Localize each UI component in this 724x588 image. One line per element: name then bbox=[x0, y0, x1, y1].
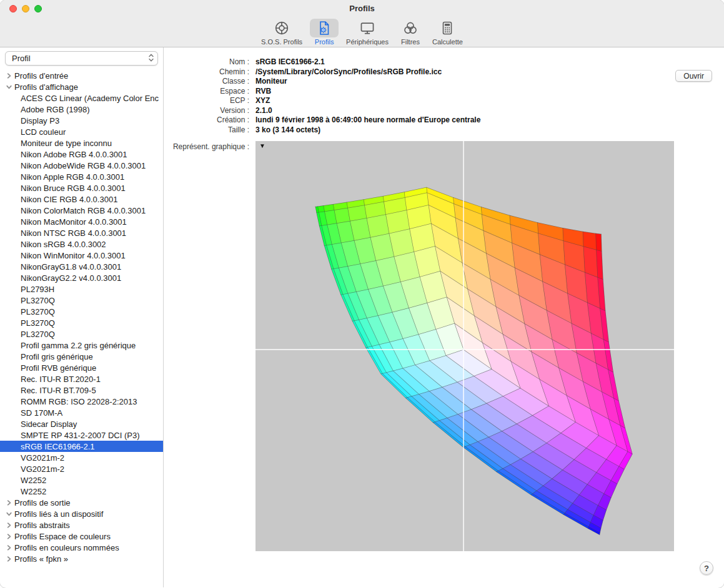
toolbar-item-label: Calculette bbox=[432, 38, 463, 46]
profile-item[interactable]: SD 170M-A bbox=[0, 407, 163, 418]
chevron-right-icon[interactable] bbox=[4, 554, 13, 563]
chevron-down-icon[interactable] bbox=[4, 82, 13, 91]
profile-item[interactable]: SMPTE RP 431-2-2007 DCI (P3) bbox=[0, 429, 163, 441]
help-button[interactable]: ? bbox=[700, 561, 713, 575]
detail-row: Nom :sRGB IEC61966-2.1 bbox=[164, 57, 724, 67]
profile-item[interactable]: Nikon AdobeWide RGB 4.0.0.3001 bbox=[0, 160, 163, 171]
profile-group-profils-fpkn[interactable]: Profils « fpkn » bbox=[0, 553, 163, 564]
profile-item[interactable]: Adobe RGB (1998) bbox=[0, 104, 163, 115]
zoom-button[interactable] bbox=[34, 5, 42, 12]
profile-item[interactable]: PL3270Q bbox=[0, 317, 163, 328]
profile-group-profils-abstraits[interactable]: Profils abstraits bbox=[0, 519, 163, 531]
profile-item[interactable]: Nikon Adobe RGB 4.0.0.3001 bbox=[0, 149, 163, 160]
profile-group-profils-espace-de-couleurs[interactable]: Profils Espace de couleurs bbox=[0, 531, 163, 542]
profile-group-profils-de-sortie[interactable]: Profils de sortie bbox=[0, 497, 163, 508]
profile-item[interactable]: PL3270Q bbox=[0, 295, 163, 306]
profile-group-profils-d-affichage[interactable]: Profils d'affichage bbox=[0, 81, 163, 92]
titlebar[interactable]: Profils bbox=[0, 0, 724, 17]
profile-tree: Profils d'entréeProfils d'affichageACES … bbox=[0, 70, 163, 564]
detail-label: Création : bbox=[164, 115, 249, 125]
profile-item[interactable]: Rec. ITU-R BT.2020-1 bbox=[0, 373, 163, 385]
profile-item[interactable]: LCD couleur bbox=[0, 126, 163, 137]
profile-group-profils-lies-a-un-dispositif[interactable]: Profils liés à un dispositif bbox=[0, 508, 163, 519]
toolbar-item-label: Périphériques bbox=[346, 38, 389, 46]
profile-item[interactable]: W2252 bbox=[0, 474, 163, 486]
profile-item-label: Nikon MacMonitor 4.0.0.3001 bbox=[21, 217, 127, 227]
profile-item[interactable]: sRGB IEC61966-2.1 bbox=[0, 441, 163, 452]
detail-value: /System/Library/ColorSync/Profiles/sRGB … bbox=[255, 67, 442, 77]
detail-label: Classe : bbox=[164, 77, 249, 87]
traffic-lights bbox=[9, 5, 42, 12]
profile-item-label: VG2021m-2 bbox=[21, 464, 64, 474]
chevron-down-icon[interactable] bbox=[4, 509, 13, 518]
detail-label: Espace : bbox=[164, 87, 249, 97]
minimize-button[interactable] bbox=[22, 5, 29, 12]
profile-item[interactable]: Nikon ColorMatch RGB 4.0.0.3001 bbox=[0, 205, 163, 216]
window-body: Profil Profils d'entréeProfils d'afficha… bbox=[0, 47, 724, 587]
profile-group-profils-d-entree[interactable]: Profils d'entrée bbox=[0, 70, 163, 81]
open-button[interactable]: Ouvrir bbox=[675, 70, 712, 82]
detail-row: Version :2.1.0 bbox=[164, 106, 724, 116]
profile-item[interactable]: Rec. ITU-R BT.709-5 bbox=[0, 385, 163, 396]
profile-item[interactable]: PL3270Q bbox=[0, 306, 163, 317]
profile-item-label: SMPTE RP 431-2-2007 DCI (P3) bbox=[21, 431, 140, 440]
profile-item[interactable]: Nikon WinMonitor 4.0.0.3001 bbox=[0, 250, 163, 261]
profile-item-label: Adobe RGB (1998) bbox=[21, 105, 90, 114]
profile-item[interactable]: Nikon NTSC RGB 4.0.0.3001 bbox=[0, 227, 163, 238]
profile-item[interactable]: Nikon MacMonitor 4.0.0.3001 bbox=[0, 216, 163, 227]
profile-item[interactable]: Sidecar Display bbox=[0, 418, 163, 429]
profile-item-label: Nikon CIE RGB 4.0.0.3001 bbox=[21, 195, 117, 204]
profile-filter-label: Profil bbox=[12, 54, 148, 63]
profile-group-profils-en-couleurs-nommees[interactable]: Profils en couleurs nommées bbox=[0, 542, 163, 553]
chevron-right-icon[interactable] bbox=[4, 71, 13, 80]
profile-item-label: NikonGrayG2.2 v4.0.0.3001 bbox=[21, 273, 121, 283]
detail-row: Création :lundi 9 février 1998 à 06:49:0… bbox=[164, 115, 724, 125]
profile-item-label: LCD couleur bbox=[21, 127, 66, 137]
profile-item[interactable]: VG2021m-2 bbox=[0, 452, 163, 463]
chevron-right-icon[interactable] bbox=[4, 532, 13, 541]
toolbar-item-calculette[interactable]: Calculette bbox=[432, 19, 463, 46]
profile-item-label: PL3270Q bbox=[21, 296, 55, 305]
profile-item[interactable]: Nikon CIE RGB 4.0.0.3001 bbox=[0, 194, 163, 205]
profile-detail-pane: Nom :sRGB IEC61966-2.1Chemin :/System/Li… bbox=[164, 47, 724, 587]
profile-item-label: Sidecar Display bbox=[21, 419, 77, 429]
toolbar-item-label: Filtres bbox=[401, 38, 420, 46]
toolbar: S.O.S. ProfilsProfilsPériphériquesFiltre… bbox=[0, 17, 724, 47]
chevron-right-icon[interactable] bbox=[4, 521, 13, 529]
profile-item[interactable]: ROMM RGB: ISO 22028-2:2013 bbox=[0, 396, 163, 407]
profile-item[interactable]: Moniteur de type inconnu bbox=[0, 137, 163, 149]
gamut-plot[interactable]: ▼ bbox=[255, 141, 674, 551]
profile-item[interactable]: Display P3 bbox=[0, 115, 163, 126]
profile-item[interactable]: VG2021m-2 bbox=[0, 463, 163, 474]
sos-profiles-icon bbox=[267, 19, 296, 37]
chevron-right-icon[interactable] bbox=[4, 498, 13, 507]
close-button[interactable] bbox=[9, 5, 17, 12]
profile-item[interactable]: PL2793H bbox=[0, 283, 163, 295]
chevron-right-icon[interactable] bbox=[4, 543, 13, 552]
profile-item[interactable]: ACES CG Linear (Academy Color Enc bbox=[0, 92, 163, 104]
profile-item[interactable]: NikonGrayG2.2 v4.0.0.3001 bbox=[0, 272, 163, 283]
profile-item[interactable]: Profil gamma 2.2 gris générique bbox=[0, 340, 163, 351]
detail-row: Chemin :/System/Library/ColorSync/Profil… bbox=[164, 67, 724, 77]
profile-item[interactable]: W2252 bbox=[0, 486, 163, 497]
gamut-canvas[interactable] bbox=[255, 141, 674, 551]
profile-item[interactable]: Nikon Bruce RGB 4.0.0.3001 bbox=[0, 182, 163, 194]
toolbar-item-profils[interactable]: Profils bbox=[310, 19, 339, 46]
profile-item[interactable]: PL3270Q bbox=[0, 328, 163, 340]
profile-filter-dropdown[interactable]: Profil bbox=[5, 51, 158, 66]
profile-item[interactable]: Nikon sRGB 4.0.0.3002 bbox=[0, 238, 163, 250]
profile-group-label: Profils d'affichage bbox=[14, 82, 78, 92]
detail-row: ECP :XYZ bbox=[164, 96, 724, 106]
profile-item[interactable]: Nikon Apple RGB 4.0.0.3001 bbox=[0, 171, 163, 182]
profile-item[interactable]: NikonGrayG1.8 v4.0.0.3001 bbox=[0, 261, 163, 272]
detail-label: Version : bbox=[164, 106, 249, 116]
plot-options-disclosure-icon[interactable]: ▼ bbox=[259, 142, 265, 149]
profile-item[interactable]: Profil gris générique bbox=[0, 351, 163, 362]
toolbar-item-s-o-s-profils[interactable]: S.O.S. Profils bbox=[261, 19, 302, 46]
toolbar-item-peripheriques[interactable]: Périphériques bbox=[346, 19, 389, 46]
detail-value: Moniteur bbox=[255, 77, 287, 87]
profile-item[interactable]: Profil RVB générique bbox=[0, 362, 163, 373]
toolbar-item-filtres[interactable]: Filtres bbox=[396, 19, 425, 46]
profile-group-label: Profils liés à un dispositif bbox=[14, 509, 103, 519]
profile-item-label: PL3270Q bbox=[21, 318, 55, 328]
